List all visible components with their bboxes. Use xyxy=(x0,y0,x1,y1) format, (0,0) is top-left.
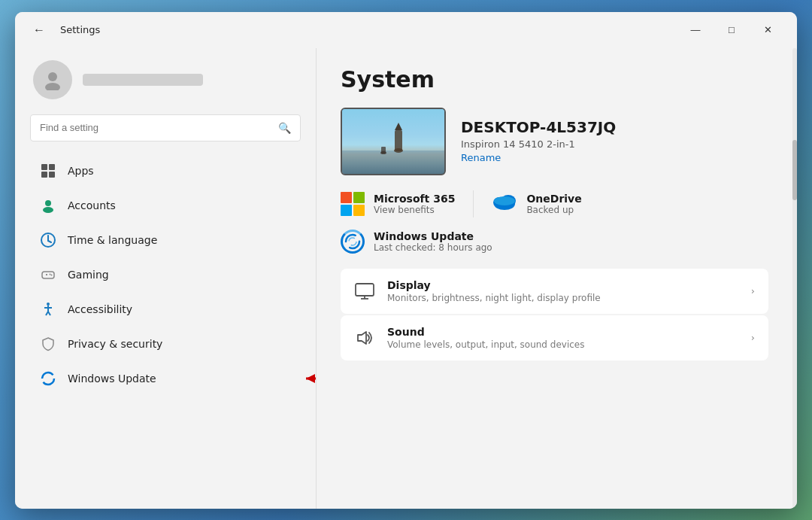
sidebar-item-accounts[interactable]: Accounts xyxy=(21,189,310,222)
svg-point-35 xyxy=(346,235,359,248)
windows-update-icon xyxy=(39,369,57,388)
onedrive-card[interactable]: OneDrive Backed up xyxy=(492,190,581,217)
setting-row-display[interactable]: Display Monitors, brightness, night ligh… xyxy=(341,269,768,314)
sidebar-item-accessibility[interactable]: Accessibility xyxy=(21,293,310,326)
svg-rect-24 xyxy=(342,109,446,151)
svg-rect-11 xyxy=(42,272,54,278)
svg-line-10 xyxy=(48,241,51,242)
svg-marker-23 xyxy=(306,374,315,383)
microsoft365-title: Microsoft 365 xyxy=(374,193,455,205)
sidebar-item-apps[interactable]: Apps xyxy=(21,154,310,187)
sound-icon xyxy=(354,327,375,348)
svg-marker-40 xyxy=(358,332,366,344)
svg-point-7 xyxy=(43,207,53,213)
title-bar-left: ← Settings xyxy=(27,18,678,42)
sidebar-item-gaming[interactable]: Gaming xyxy=(21,258,310,291)
accounts-icon xyxy=(39,196,57,214)
sidebar-item-accessibility-label: Accessibility xyxy=(68,303,132,315)
sidebar-item-time-language[interactable]: Time & language xyxy=(21,224,310,257)
rename-link[interactable]: Rename xyxy=(461,152,501,163)
display-chevron: › xyxy=(751,285,755,296)
svg-rect-37 xyxy=(356,284,374,296)
microsoft365-icon xyxy=(341,192,365,216)
sidebar-item-apps-label: Apps xyxy=(68,165,94,177)
main-content: 🔍 Apps xyxy=(15,48,797,509)
content-area: System xyxy=(317,48,792,509)
svg-point-14 xyxy=(50,273,51,275)
onedrive-icon xyxy=(492,192,517,216)
microsoft365-subtitle: View benefits xyxy=(374,205,455,215)
device-card: DESKTOP-4L537JQ Inspiron 14 5410 2-in-1 … xyxy=(341,108,768,175)
display-info: Display Monitors, brightness, night ligh… xyxy=(387,279,739,303)
search-box[interactable]: 🔍 xyxy=(30,114,301,141)
scroll-indicator[interactable] xyxy=(792,48,797,509)
accessibility-icon xyxy=(39,300,57,318)
svg-rect-25 xyxy=(342,151,446,175)
svg-point-21 xyxy=(42,373,54,385)
privacy-security-icon xyxy=(39,335,57,353)
time-language-icon xyxy=(39,231,57,249)
microsoft365-card[interactable]: Microsoft 365 View benefits xyxy=(341,190,455,217)
sidebar-item-windows-update-label: Windows Update xyxy=(68,373,156,385)
windows-update-title: Windows Update xyxy=(374,230,492,242)
device-name: DESKTOP-4L537JQ xyxy=(461,118,616,136)
svg-rect-30 xyxy=(381,147,386,154)
quick-cards-separator xyxy=(473,190,474,217)
maximize-button[interactable]: □ xyxy=(714,18,749,42)
svg-line-20 xyxy=(48,312,50,315)
device-thumbnail-image xyxy=(342,109,444,174)
svg-point-16 xyxy=(47,303,50,306)
settings-list: Display Monitors, brightness, night ligh… xyxy=(341,269,768,360)
user-section xyxy=(15,48,316,111)
svg-rect-3 xyxy=(49,164,55,170)
onedrive-subtitle: Backed up xyxy=(526,205,581,215)
sound-chevron: › xyxy=(751,332,755,343)
microsoft365-info: Microsoft 365 View benefits xyxy=(374,193,455,215)
windows-update-card[interactable]: Windows Update Last checked: 8 hours ago xyxy=(341,230,768,254)
page-title: System xyxy=(341,66,768,93)
windows-update-subtitle: Last checked: 8 hours ago xyxy=(374,242,492,253)
search-input[interactable] xyxy=(40,122,278,133)
sidebar-item-gaming-label: Gaming xyxy=(68,269,109,281)
svg-rect-5 xyxy=(49,172,55,178)
sound-description: Volume levels, output, input, sound devi… xyxy=(387,339,739,350)
windows-update-info: Windows Update Last checked: 8 hours ago xyxy=(374,230,492,253)
svg-point-15 xyxy=(51,274,53,275)
svg-point-1 xyxy=(45,83,60,90)
sound-info: Sound Volume levels, output, input, soun… xyxy=(387,326,739,350)
svg-rect-4 xyxy=(41,172,47,178)
setting-row-sound[interactable]: Sound Volume levels, output, input, soun… xyxy=(341,315,768,360)
minimize-button[interactable]: — xyxy=(678,18,713,42)
sidebar-item-privacy-security-label: Privacy & security xyxy=(68,338,162,350)
svg-rect-27 xyxy=(395,130,402,151)
svg-point-6 xyxy=(45,200,51,206)
title-bar: ← Settings — □ ✕ xyxy=(15,12,797,48)
title-bar-controls: — □ ✕ xyxy=(678,18,785,42)
svg-rect-2 xyxy=(41,164,47,170)
sidebar-item-time-language-label: Time & language xyxy=(68,234,157,246)
gaming-icon xyxy=(39,266,57,284)
display-description: Monitors, brightness, night light, displ… xyxy=(387,293,739,303)
back-button[interactable]: ← xyxy=(27,18,51,42)
display-label: Display xyxy=(387,279,739,291)
search-icon: 🔍 xyxy=(278,122,291,134)
apps-icon xyxy=(39,162,57,180)
sidebar-item-privacy-security[interactable]: Privacy & security xyxy=(21,327,310,360)
red-arrow-annotation xyxy=(298,369,316,388)
onedrive-info: OneDrive Backed up xyxy=(526,193,581,215)
window-title: Settings xyxy=(60,24,100,35)
close-button[interactable]: ✕ xyxy=(750,18,785,42)
settings-window: ← Settings — □ ✕ xyxy=(15,12,797,509)
display-icon xyxy=(354,281,375,302)
svg-point-36 xyxy=(349,238,356,245)
device-info: DESKTOP-4L537JQ Inspiron 14 5410 2-in-1 … xyxy=(461,118,616,164)
scroll-thumb xyxy=(792,140,797,200)
sidebar-item-windows-update[interactable]: Windows Update xyxy=(21,362,310,395)
device-model: Inspiron 14 5410 2-in-1 xyxy=(461,138,616,150)
nav-items: Apps Accounts xyxy=(15,154,316,396)
avatar xyxy=(33,60,72,99)
device-thumbnail xyxy=(341,108,446,175)
onedrive-title: OneDrive xyxy=(526,193,581,205)
svg-point-0 xyxy=(48,72,57,81)
svg-point-34 xyxy=(494,196,515,205)
